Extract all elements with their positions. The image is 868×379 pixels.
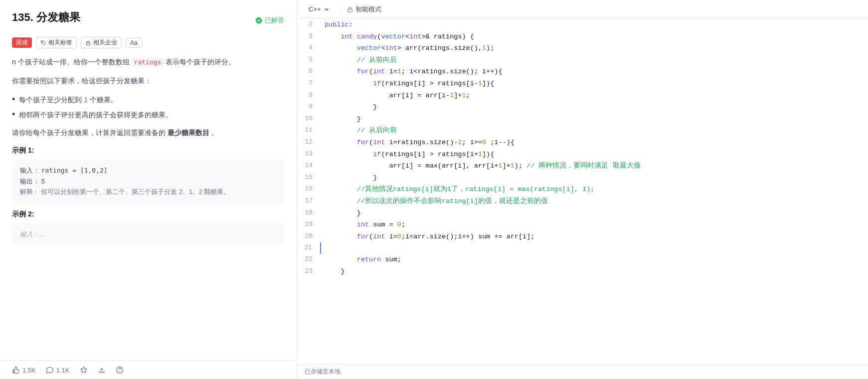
line-content: if(ratings[i] > ratings[i+1]){ [321,149,868,161]
line-content [321,242,868,254]
line-content: int sum = 0; [321,219,868,231]
lock-small-icon [347,6,353,13]
line-number: 8 [297,90,321,102]
table-row: 8 arr[i] = arr[i-1]+1; [297,90,868,102]
svg-rect-3 [347,9,351,12]
status-label: 已存储至本地 [305,368,341,375]
line-number: 13 [297,149,321,161]
comments-stat[interactable]: 1.1K [46,366,70,374]
line-content: vector<int> arr(ratings.size(),1); [321,42,868,54]
svg-rect-1 [86,42,90,45]
line-content: return sum; [321,254,868,266]
desc2-text: 你需要按照以下要求，给这些孩子分发糖果： [12,75,284,87]
bullet-item-2: • 相邻两个孩子评分更高的孩子会获得更多的糖果。 [12,109,284,120]
solved-badge: 已解答 [255,16,284,25]
line-content: for(int i=1; i<ratings.size(); i++){ [321,66,868,78]
table-row: 5 // 从前向后 [297,54,868,66]
related-company-label: 相关企业 [93,38,117,47]
example1-explain-label: 解释： [20,189,39,195]
line-number: 15 [297,172,321,184]
share-icon [98,366,106,374]
chevron-down-icon [323,6,330,13]
example1-output-label: 输出： [20,178,39,185]
language-label: C++ [309,5,321,13]
problem-title: 135. 分发糖果 [12,10,80,25]
likes-count: 1.5K [22,367,36,374]
line-number: 23 [297,266,321,278]
line-number: 12 [297,137,321,149]
thumbs-up-icon [12,366,20,374]
line-number: 19 [297,219,321,231]
line-number: 3 [297,31,321,43]
lock-icon [85,40,91,46]
help-button[interactable] [116,366,124,374]
related-tags-button[interactable]: 相关标签 [36,37,77,48]
code-editor[interactable]: 2public:3 int candy(vector<int>& ratings… [297,19,868,364]
share-button[interactable] [98,366,106,374]
line-content: int candy(vector<int>& ratings) { [321,31,868,43]
table-row: 18 } [297,207,868,219]
desc3-prefix: 请你给每个孩子分发糖果，计算并返回需要准备的 [12,129,166,137]
line-number: 6 [297,66,321,78]
example1-explain-val: 你可以分别给第一个、第二个、第三个孩子分发 2、1、2 颗糖果。 [41,189,230,195]
font-button[interactable]: Aa [126,38,142,48]
language-selector[interactable]: C++ [305,4,334,14]
line-number: 21 [297,242,321,254]
example1-output-val: 5 [41,178,45,185]
table-row: 12 for(int i=ratings.size()-2; i>=0 ;i--… [297,137,868,149]
example1-title: 示例 1: [12,146,284,155]
line-number: 2 [297,19,321,31]
table-row: 15 } [297,172,868,184]
line-content: } [321,172,868,184]
line-content: } [321,266,868,278]
bottom-bar: 1.5K 1.1K [0,361,296,379]
bullet-dot-1: • [12,94,15,105]
check-circle-icon [255,16,263,24]
desc3-bold: 最少糖果数目 [168,129,209,137]
line-content: public: [321,19,868,31]
line-number: 18 [297,207,321,219]
example1-input-label: 输入： [20,167,39,174]
table-row: 17 //所以这次的操作不会影响rating[i]的值，就还是之前的值 [297,195,868,207]
star-button[interactable] [80,366,88,374]
line-content: //其他情况ratings[i]就为1了，ratings[i] = max(ra… [321,184,868,195]
editor-status-bar: 已存储至本地 [297,364,868,379]
line-number: 16 [297,184,321,195]
table-row: 4 vector<int> arr(ratings.size(),1); [297,42,868,54]
code-table: 2public:3 int candy(vector<int>& ratings… [297,19,868,277]
desc1-code: ratings [132,58,164,66]
table-row: 20 for(int i=0;i<arr.size();i++) sum += … [297,231,868,243]
problem-description: n 个孩子站成一排。给你一个整数数组 ratings 表示每个孩子的评分。 [12,56,284,68]
desc3: 请你给每个孩子分发糖果，计算并返回需要准备的 最少糖果数目 。 [12,127,284,139]
example2-title: 示例 2: [12,210,284,219]
table-row: 21 [297,242,868,254]
related-company-button[interactable]: 相关企业 [81,37,122,48]
line-number: 11 [297,125,321,137]
table-row: 22 return sum; [297,254,868,266]
toolbar-divider [340,5,341,13]
title-text: 135. 分发糖果 [12,11,80,23]
tag-icon [40,40,46,46]
example1-box: 输入： ratings = [1,0,2] 输出： 5 解释： 你可以分别给第一… [12,159,284,203]
line-content: arr[i] = arr[i-1]+1; [321,90,868,102]
line-number: 7 [297,78,321,90]
difficulty-tag[interactable]: 困难 [12,37,32,48]
likes-stat[interactable]: 1.5K [12,366,36,374]
table-row: 23 } [297,266,868,278]
smart-mode: 智能模式 [347,5,381,14]
tags-row: 困难 相关标签 相关企业 Aa [12,37,284,48]
problem-content: 135. 分发糖果 已解答 困难 相关标签 [0,0,296,361]
line-number: 14 [297,160,321,172]
line-content: if(ratings[i] > ratings[i-1]){ [321,78,868,90]
right-panel: C++ 智能模式 2public:3 int candy(vector<int>… [297,0,868,379]
table-row: 9 } [297,101,868,113]
table-row: 16 //其他情况ratings[i]就为1了，ratings[i] = max… [297,184,868,195]
desc3-end: 。 [211,129,218,137]
editor-toolbar: C++ 智能模式 [297,0,868,19]
requirements-list: • 每个孩子至少分配到 1 个糖果。 • 相邻两个孩子评分更高的孩子会获得更多的… [12,94,284,121]
font-label: Aa [130,39,138,46]
left-panel: 135. 分发糖果 已解答 困难 相关标签 [0,0,297,379]
line-content: //所以这次的操作不会影响rating[i]的值，就还是之前的值 [321,195,868,207]
svg-point-0 [42,42,43,42]
line-number: 17 [297,195,321,207]
